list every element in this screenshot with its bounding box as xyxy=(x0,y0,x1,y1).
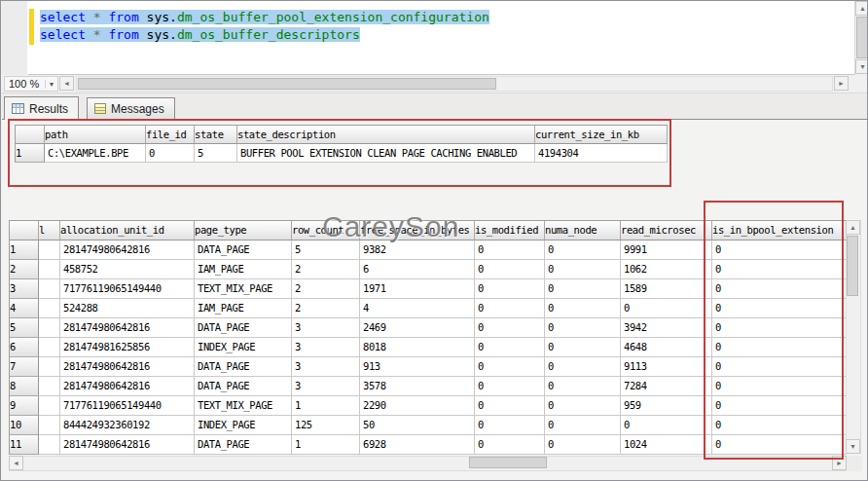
grid-cell[interactable]: 0 xyxy=(712,396,847,416)
column-header[interactable]: page_type xyxy=(195,221,292,240)
row-number[interactable]: 1 xyxy=(10,240,39,260)
grid-cell[interactable]: 0 xyxy=(712,435,847,455)
column-header[interactable]: state xyxy=(195,126,237,144)
grid-cell[interactable]: 71776119065149440 xyxy=(60,396,195,416)
grid-cell[interactable]: 0 xyxy=(475,396,545,416)
grid-cell[interactable]: DATA_PAGE xyxy=(195,377,292,396)
grid-cell[interactable]: 0 xyxy=(712,299,847,318)
grid-cell[interactable]: 0 xyxy=(545,377,621,396)
row-number[interactable]: 9 xyxy=(10,396,39,416)
grid-cell[interactable]: 0 xyxy=(712,357,847,377)
grid-cell[interactable]: DATA_PAGE xyxy=(195,240,292,260)
grid-cell[interactable]: 0 xyxy=(712,377,847,396)
row-number[interactable]: 4 xyxy=(10,299,39,318)
grid-cell[interactable]: 2 xyxy=(292,299,360,318)
grid-horizontal-scrollbar[interactable]: ◄ ► xyxy=(9,456,847,471)
grid-cell[interactable]: 0 xyxy=(545,318,621,338)
column-header[interactable]: l xyxy=(39,221,60,240)
grid-cell[interactable]: 0 xyxy=(621,416,712,435)
grid-cell[interactable]: 2290 xyxy=(360,396,475,416)
grid-cell[interactable]: 0 xyxy=(475,338,545,357)
grid-cell[interactable]: 281474980642816 xyxy=(60,377,195,396)
grid-cell[interactable]: 0 xyxy=(545,279,621,299)
grid-cell[interactable]: 125 xyxy=(292,416,360,435)
grid-cell[interactable]: 3578 xyxy=(360,377,475,396)
scroll-up-icon[interactable]: ▲ xyxy=(846,220,860,235)
grid-cell[interactable]: 5 xyxy=(195,144,237,163)
grid-cell[interactable]: 2 xyxy=(292,279,360,299)
grid-cell[interactable] xyxy=(39,377,60,396)
grid-cell[interactable]: 8018 xyxy=(360,338,475,357)
grid-cell[interactable] xyxy=(39,299,60,318)
grid-cell[interactable]: 0 xyxy=(475,318,545,338)
grid-cell[interactable]: 7284 xyxy=(621,377,712,396)
grid-cell[interactable]: 0 xyxy=(712,338,847,357)
grid-cell[interactable]: 0 xyxy=(545,396,621,416)
grid-cell[interactable]: DATA_PAGE xyxy=(195,357,292,377)
grid-cell[interactable]: 281474981625856 xyxy=(60,338,195,357)
grid-cell[interactable]: 0 xyxy=(545,416,621,435)
grid-cell[interactable]: INDEX_PAGE xyxy=(195,416,292,435)
column-header[interactable]: allocation_unit_id xyxy=(60,221,195,240)
tab-results[interactable]: Results xyxy=(4,96,79,120)
grid-cell[interactable]: 281474980642816 xyxy=(60,357,195,377)
grid-cell[interactable]: DATA_PAGE xyxy=(195,318,292,338)
grid-cell[interactable] xyxy=(39,435,60,455)
grid-cell[interactable] xyxy=(39,338,60,357)
grid-vscroll-thumb[interactable] xyxy=(847,236,858,296)
grid-cell[interactable] xyxy=(39,357,60,377)
grid-corner-cell[interactable] xyxy=(10,221,39,240)
column-header[interactable]: state_description xyxy=(237,126,535,144)
grid-cell[interactable]: 524288 xyxy=(60,299,195,318)
grid-cell[interactable]: 50 xyxy=(360,416,475,435)
column-header[interactable]: path xyxy=(45,126,146,144)
grid-cell[interactable]: 1589 xyxy=(621,279,712,299)
grid-cell[interactable]: 0 xyxy=(712,318,847,338)
grid-cell[interactable]: 913 xyxy=(360,357,475,377)
grid-cell[interactable]: C:\EXAMPLE.BPE xyxy=(45,144,146,163)
grid-cell[interactable]: 281474980642816 xyxy=(60,435,195,455)
grid-cell[interactable]: 4194304 xyxy=(535,144,668,163)
grid-cell[interactable]: 281474980642816 xyxy=(60,318,195,338)
grid-cell[interactable]: 1 xyxy=(292,435,360,455)
query-editor[interactable]: select * from sys.dm_os_buffer_pool_exte… xyxy=(2,1,854,75)
scroll-up-icon[interactable]: ▲ xyxy=(855,1,868,16)
column-header[interactable]: read_microsec xyxy=(621,221,712,240)
grid-cell[interactable]: 1062 xyxy=(621,260,712,279)
column-header[interactable]: numa_node xyxy=(545,221,621,240)
grid-cell[interactable]: 3942 xyxy=(621,318,712,338)
column-header[interactable]: current_size_in_kb xyxy=(535,126,668,144)
grid-cell[interactable]: 844424932360192 xyxy=(60,416,195,435)
grid-cell[interactable]: 0 xyxy=(475,240,545,260)
row-number[interactable]: 2 xyxy=(10,260,39,279)
grid-cell[interactable]: 0 xyxy=(475,279,545,299)
grid-cell[interactable] xyxy=(39,396,60,416)
grid-cell[interactable]: 3 xyxy=(292,357,360,377)
grid-cell[interactable]: 0 xyxy=(545,338,621,357)
zoom-control[interactable]: 100 % ▾ xyxy=(4,76,58,92)
editor-vertical-scrollbar[interactable]: ▲ ▼ xyxy=(854,1,868,75)
editor-hscroll-thumb[interactable] xyxy=(78,78,496,90)
grid-cell[interactable]: BUFFER POOL EXTENSION CLEAN PAGE CACHING… xyxy=(237,144,535,163)
grid-cell[interactable]: 458752 xyxy=(60,260,195,279)
grid-cell[interactable] xyxy=(39,240,60,260)
scroll-down-icon[interactable]: ▼ xyxy=(846,439,860,454)
grid-cell[interactable] xyxy=(39,416,60,435)
row-number[interactable]: 10 xyxy=(10,416,39,435)
grid-cell[interactable]: 3 xyxy=(292,318,360,338)
grid-cell[interactable]: DATA_PAGE xyxy=(195,435,292,455)
grid-cell[interactable]: 6 xyxy=(360,260,475,279)
grid-cell[interactable]: TEXT_MIX_PAGE xyxy=(195,279,292,299)
grid-cell[interactable]: 0 xyxy=(712,260,847,279)
editor-vscroll-thumb[interactable] xyxy=(856,17,868,58)
row-number[interactable]: 6 xyxy=(10,338,39,357)
row-number[interactable]: 8 xyxy=(10,377,39,396)
tab-messages[interactable]: Messages xyxy=(87,97,175,119)
grid-cell[interactable]: TEXT_MIX_PAGE xyxy=(195,396,292,416)
column-header[interactable]: row_count xyxy=(292,221,360,240)
grid-cell[interactable]: 2469 xyxy=(360,318,475,338)
column-header[interactable]: file_id xyxy=(146,126,195,144)
grid-cell[interactable]: 0 xyxy=(712,416,847,435)
grid-cell[interactable]: 4 xyxy=(360,299,475,318)
grid-cell[interactable]: 0 xyxy=(712,240,847,260)
